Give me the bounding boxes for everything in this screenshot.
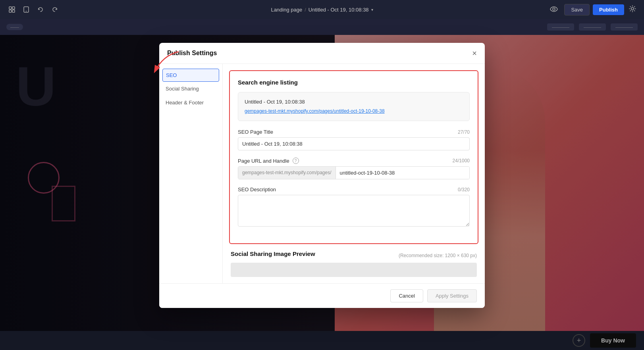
url-prefix: gempages-test-mkt.myshopify.com/pages/ — [238, 167, 336, 179]
toolbar-item-2: ———— — [579, 23, 606, 31]
sidebar-item-social-sharing[interactable]: Social Sharing — [159, 82, 222, 96]
seo-description-input[interactable] — [238, 195, 470, 227]
modal-header: Publish Settings × — [159, 43, 485, 64]
svg-rect-2 — [9, 10, 12, 12]
svg-rect-0 — [9, 7, 12, 9]
seo-title-group: SEO Page Title 27/70 — [238, 129, 470, 150]
save-button[interactable]: Save — [564, 4, 590, 15]
modal-content: Search engine listing Untitled - Oct 19,… — [223, 64, 485, 283]
page-url-counter: 24/1000 — [453, 158, 470, 163]
sidebar-item-header-footer[interactable]: Header & Footer — [159, 96, 222, 110]
seo-desc-label-row: SEO Description 0/320 — [238, 187, 470, 192]
breadcrumb-separator: / — [305, 7, 306, 13]
seo-section: Search engine listing Untitled - Oct 19,… — [229, 70, 478, 244]
tablet-icon[interactable] — [21, 4, 32, 15]
seo-section-title: Search engine listing — [238, 79, 470, 86]
social-preview-bar — [231, 263, 477, 277]
modal-overlay: Publish Settings × SEO Social Sharing He… — [0, 35, 644, 350]
modal-close-button[interactable]: × — [472, 49, 477, 57]
undo-icon[interactable] — [35, 4, 46, 15]
top-bar-left — [6, 4, 60, 15]
listing-url-link[interactable]: gempages-test-mkt.myshopify.com/pages/un… — [245, 108, 385, 114]
modal-sidebar: SEO Social Sharing Header & Footer — [159, 64, 223, 283]
toolbar-item-3: ———— — [611, 23, 638, 31]
page-url-label: Page URL and Handle — [238, 158, 289, 164]
svg-point-5 — [26, 11, 27, 12]
seo-title-counter: 27/70 — [458, 129, 470, 135]
listing-page-title: Untitled - Oct 19, 10:08:38 — [245, 99, 463, 105]
page-type-label: Landing page — [271, 7, 302, 13]
seo-title-label-row: SEO Page Title 27/70 — [238, 129, 470, 135]
top-bar-right: Save Publish — [547, 4, 638, 15]
seo-desc-label: SEO Description — [238, 187, 276, 192]
listing-preview-box: Untitled - Oct 19, 10:08:38 gempages-tes… — [238, 92, 470, 121]
toolbar-item-1: ———— — [547, 23, 574, 31]
svg-point-7 — [631, 8, 634, 10]
svg-point-6 — [553, 8, 555, 10]
social-sharing-section: Social Sharing Image Preview (Recommende… — [229, 250, 478, 277]
social-section-title: Social Sharing Image Preview — [231, 250, 315, 257]
seo-desc-counter: 0/320 — [458, 187, 470, 192]
page-url-label-row: Page URL and Handle ? 24/1000 — [238, 158, 470, 164]
toolbar-pill: —— — [6, 24, 23, 30]
page-name-label: Untitled - Oct 19, 10:08:38 — [309, 7, 369, 13]
redo-icon[interactable] — [49, 4, 60, 15]
settings-button[interactable] — [627, 4, 638, 15]
page-url-label-wrap: Page URL and Handle ? — [238, 158, 299, 164]
cancel-button[interactable]: Cancel — [390, 289, 423, 302]
window-icon[interactable] — [6, 4, 17, 15]
page-url-group: Page URL and Handle ? 24/1000 gempages-t… — [238, 158, 470, 179]
url-input-group: gempages-test-mkt.myshopify.com/pages/ — [238, 166, 470, 179]
secondary-toolbar: —— ———— ———— ———— — [0, 19, 644, 35]
apply-settings-button[interactable]: Apply Settings — [427, 289, 477, 302]
modal-footer: Cancel Apply Settings — [159, 283, 485, 308]
preview-button[interactable] — [547, 4, 561, 15]
social-hint-text: (Recommended size: 1200 × 630 px) — [399, 253, 477, 258]
toolbar-right: ———— ———— ———— — [547, 23, 638, 31]
publish-settings-modal: Publish Settings × SEO Social Sharing He… — [159, 43, 485, 308]
social-title-row: Social Sharing Image Preview (Recommende… — [231, 250, 477, 260]
seo-description-group: SEO Description 0/320 — [238, 187, 470, 228]
modal-body: SEO Social Sharing Header & Footer Searc… — [159, 64, 485, 283]
svg-rect-3 — [12, 10, 15, 12]
seo-title-label: SEO Page Title — [238, 129, 273, 135]
modal-title: Publish Settings — [167, 50, 217, 57]
publish-button[interactable]: Publish — [593, 4, 624, 15]
svg-rect-1 — [12, 7, 15, 9]
page-dropdown-icon[interactable]: ▾ — [371, 8, 373, 12]
top-bar: Landing page / Untitled - Oct 19, 10:08:… — [0, 0, 644, 19]
sidebar-item-seo[interactable]: SEO — [162, 69, 219, 82]
window-controls — [6, 4, 60, 15]
seo-title-input[interactable] — [238, 137, 470, 150]
page-breadcrumb: Landing page / Untitled - Oct 19, 10:08:… — [271, 7, 373, 13]
url-handle-input[interactable] — [336, 167, 469, 179]
page-url-help-icon: ? — [293, 158, 299, 164]
